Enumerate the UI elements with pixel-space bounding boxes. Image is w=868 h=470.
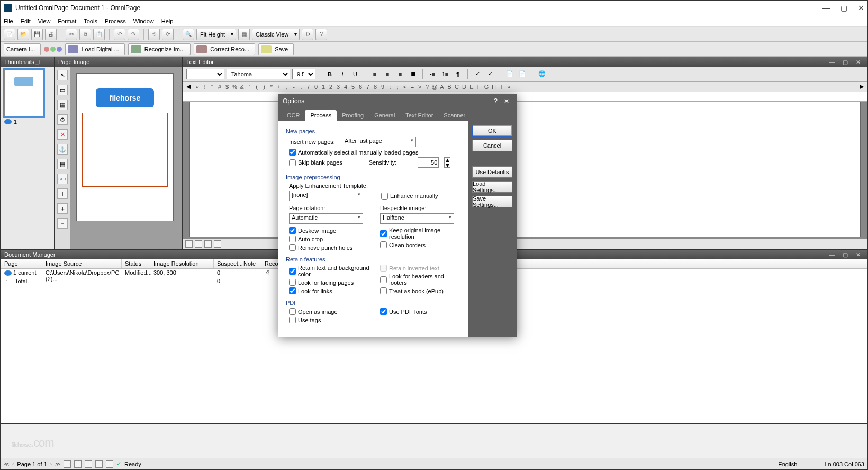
char-cell[interactable]: /	[305, 84, 312, 90]
tab-process[interactable]: Process	[305, 110, 337, 121]
style-select[interactable]	[186, 69, 224, 79]
pointer-tool-icon[interactable]: ↖	[57, 70, 68, 80]
char-cell[interactable]: E	[468, 84, 475, 90]
dialog-close-icon[interactable]: ✕	[501, 97, 512, 105]
sb-btn-1[interactable]	[64, 460, 71, 468]
view-mode-1[interactable]	[185, 240, 193, 248]
sensitivity-input[interactable]	[418, 157, 439, 168]
font-select[interactable]: Tahoma	[227, 69, 290, 79]
menu-view[interactable]: View	[38, 18, 51, 24]
col-note[interactable]: Note	[240, 259, 261, 268]
facing-checkbox[interactable]: Look for facing pages	[289, 279, 369, 286]
justify-icon[interactable]: ≣	[408, 69, 418, 79]
rotation-select[interactable]: Automatic	[289, 213, 363, 224]
char-cell[interactable]: 6	[357, 84, 364, 90]
save-icon[interactable]: 💾	[31, 29, 43, 40]
headers-checkbox[interactable]: Look for headers and footers	[380, 273, 460, 286]
char-prev-icon[interactable]: ◀	[183, 82, 194, 92]
open-icon[interactable]: 📂	[17, 29, 29, 40]
insert-select[interactable]: After last page	[342, 137, 416, 147]
keep-res-checkbox[interactable]: Keep original image resolution	[380, 227, 460, 240]
char-cell[interactable]: 4	[342, 84, 349, 90]
pdf-fonts-checkbox[interactable]: Use PDF fonts	[380, 308, 460, 315]
close-button[interactable]: ✕	[858, 4, 864, 12]
underline-icon[interactable]: U	[350, 69, 360, 79]
char-cell[interactable]: B	[446, 84, 453, 90]
load-digital-button[interactable]: Load Digital ...	[65, 43, 124, 55]
gear-tool-icon[interactable]: ⚙	[57, 114, 68, 125]
char-cell[interactable]: )	[260, 84, 268, 90]
globe-icon[interactable]: 🌐	[537, 69, 547, 79]
size-select[interactable]: 9.5	[292, 69, 315, 79]
enh-manual-checkbox[interactable]: Enhance manually	[381, 193, 438, 200]
rotate-left-icon[interactable]: ⟲	[148, 29, 160, 40]
check-icon[interactable]: ✓	[472, 69, 483, 79]
char-cell[interactable]: 9	[379, 84, 386, 90]
char-cell[interactable]: 0	[312, 84, 320, 90]
char-cell[interactable]: ,	[283, 84, 290, 90]
epub-checkbox[interactable]: Treat as book (ePub)	[380, 287, 460, 294]
char-cell[interactable]: @	[431, 84, 438, 90]
char-cell[interactable]: 8	[372, 84, 379, 90]
bullet-list-icon[interactable]: •≡	[427, 69, 438, 79]
enh-select[interactable]: [none]	[289, 191, 363, 201]
col-source[interactable]: Image Source	[42, 259, 122, 268]
menu-tools[interactable]: Tools	[84, 18, 97, 24]
bold-icon[interactable]: B	[324, 69, 335, 79]
char-cell[interactable]: D	[460, 84, 468, 90]
last-page-icon[interactable]: ≫	[55, 461, 60, 467]
tab-proofing[interactable]: Proofing	[337, 110, 369, 121]
char-cell[interactable]: ;	[394, 84, 401, 90]
view-mode-2[interactable]	[195, 240, 202, 248]
next-page-icon[interactable]: ›	[50, 461, 52, 467]
char-cell[interactable]: =	[409, 84, 416, 90]
select-tool-icon[interactable]: ▭	[57, 85, 68, 95]
char-cell[interactable]: .	[297, 84, 305, 90]
menu-help[interactable]: Help	[161, 18, 174, 24]
maximize-button[interactable]: ▢	[840, 4, 847, 12]
char-cell[interactable]: 5	[349, 84, 357, 90]
doc2-icon[interactable]: 📄	[517, 69, 528, 79]
char-cell[interactable]: »	[505, 84, 512, 90]
skip-blank-checkbox[interactable]: Skip blank pages	[289, 159, 342, 166]
italic-icon[interactable]: I	[337, 69, 348, 79]
sb-btn-2[interactable]	[74, 460, 82, 468]
char-cell[interactable]: #	[216, 84, 223, 90]
char-cell[interactable]: (	[253, 84, 260, 90]
zoomout-tool-icon[interactable]: －	[57, 218, 68, 229]
first-page-icon[interactable]: ≪	[4, 461, 9, 467]
table-tool-icon[interactable]: ▤	[57, 159, 68, 169]
minimize-button[interactable]: —	[822, 4, 830, 12]
menu-window[interactable]: Window	[133, 18, 154, 24]
punch-checkbox[interactable]: Remove punch holes	[289, 244, 369, 251]
char-cell[interactable]: G	[483, 84, 490, 90]
align-center-icon[interactable]: ≡	[382, 69, 393, 79]
open-image-checkbox[interactable]: Open as image	[289, 308, 369, 315]
recognize-button[interactable]: Recognize Im...	[128, 43, 191, 55]
char-next-icon[interactable]: ▶	[856, 82, 867, 92]
char-cell[interactable]: &	[238, 84, 246, 90]
rotate-right-icon[interactable]: ⟳	[162, 29, 174, 40]
defaults-button[interactable]: Use Defaults	[472, 166, 512, 178]
align-left-icon[interactable]: ≡	[369, 69, 380, 79]
print-icon[interactable]: 🖨	[45, 29, 57, 40]
autocrop-checkbox[interactable]: Auto crop	[289, 236, 369, 242]
delete-tool-icon[interactable]: ✕	[57, 129, 68, 140]
col-suspect[interactable]: Suspect...	[214, 259, 240, 268]
correct-button[interactable]: Correct Reco...	[194, 43, 255, 55]
col-page[interactable]: Page	[1, 259, 42, 268]
char-cell[interactable]: H	[490, 84, 498, 90]
char-cell[interactable]: «	[194, 84, 201, 90]
char-cell[interactable]: C	[453, 84, 460, 90]
char-cell[interactable]: :	[386, 84, 394, 90]
redo-icon[interactable]: ↷	[128, 29, 139, 40]
menu-edit[interactable]: Edit	[21, 18, 31, 24]
doc-icon[interactable]: 📄	[504, 69, 515, 79]
char-cell[interactable]: >	[416, 84, 423, 90]
menu-process[interactable]: Process	[105, 18, 126, 24]
align-right-icon[interactable]: ≡	[395, 69, 405, 79]
help-icon[interactable]: ?	[315, 29, 327, 40]
zoomin-tool-icon[interactable]: ＋	[57, 203, 68, 214]
char-cell[interactable]: -	[290, 84, 297, 90]
text-tool-icon[interactable]: T	[57, 188, 68, 199]
